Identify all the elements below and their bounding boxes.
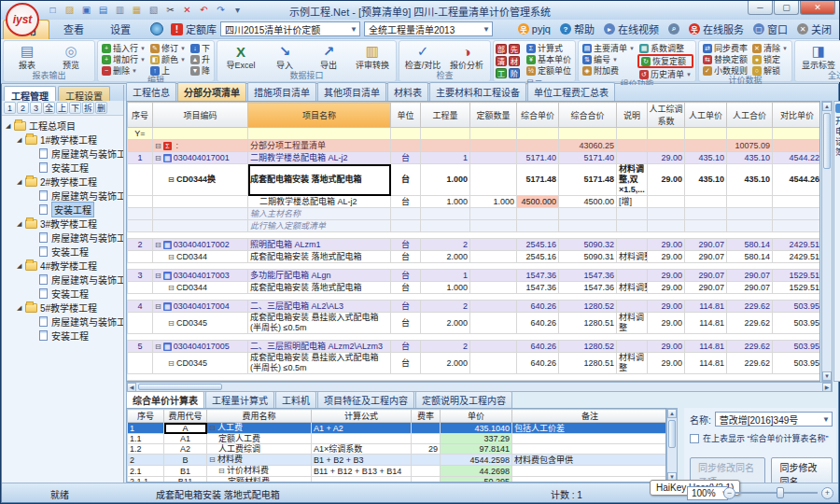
cell[interactable] <box>153 196 248 208</box>
cell[interactable]: 337.29 <box>441 434 512 444</box>
cell[interactable]: 1547.36 <box>517 270 559 282</box>
cell[interactable] <box>470 164 517 196</box>
bottom-tab-项目特征及工程内容[interactable]: 项目特征及工程内容 <box>317 391 414 408</box>
cell[interactable] <box>685 128 727 140</box>
cell[interactable]: 1.000 <box>421 164 470 196</box>
cell[interactable]: 台 <box>391 196 421 208</box>
cell[interactable]: 114.81 <box>685 341 727 353</box>
cell[interactable]: 290.07 <box>685 282 727 294</box>
cell[interactable]: 1547.36 <box>559 282 617 294</box>
list-standard-select[interactable]: 全统工程量清单2013▼ <box>364 21 493 36</box>
main-tab-分部分项清单[interactable]: 分部分项清单 <box>177 82 246 101</box>
cell[interactable]: 台 <box>391 313 421 334</box>
cell[interactable]: 1.000 <box>470 196 517 208</box>
cell[interactable] <box>153 208 248 220</box>
table-row[interactable]: ⊟ CD0345成套配电箱安装 悬挂嵌入式配电箱(半周长) ≤0.5m台2.00… <box>128 313 821 334</box>
cell[interactable] <box>128 220 153 232</box>
tree-tool-3[interactable]: 3 <box>30 102 42 114</box>
renumber-button[interactable]: ⇅编号▼ <box>581 54 637 64</box>
cell[interactable] <box>470 251 517 263</box>
column-header-计算公式[interactable]: 计算公式 <box>312 410 412 423</box>
zoom-in-button[interactable]: + <box>821 487 833 499</box>
tree-item[interactable]: 安装工程 <box>4 203 123 217</box>
column-header-对比单价[interactable]: 对比单价 <box>773 103 821 128</box>
cell[interactable] <box>128 313 153 334</box>
cell[interactable] <box>128 208 153 220</box>
table-row[interactable]: ⊟ CD0344成套配电箱安装 落地式配电箱台1.0001547.361547.… <box>128 282 821 294</box>
cell[interactable]: 2429.51 <box>773 251 821 263</box>
table-row[interactable]: 输入主材名称 <box>128 208 821 220</box>
cell[interactable] <box>128 282 153 294</box>
cell[interactable]: 成套配电箱安装 悬挂嵌入式配电箱(半周长) ≤0.5m <box>248 313 391 334</box>
table-row[interactable]: 2.1B1⊟ 计价材料费B11 + B12 + B13 + B1444.2698 <box>128 466 667 477</box>
cell[interactable]: 人工费综调 <box>207 444 312 455</box>
cell[interactable] <box>391 128 421 140</box>
cell[interactable]: 43060.25 <box>559 140 617 152</box>
cell[interactable] <box>617 152 648 164</box>
collapse-icon[interactable]: ⊟ <box>155 241 161 249</box>
cell[interactable] <box>648 208 685 220</box>
demote-button[interactable]: ▼降 <box>189 65 212 76</box>
cell[interactable]: 1529.51 <box>773 270 821 282</box>
tree-tool-下[interactable]: 下 <box>69 102 81 114</box>
cell[interactable] <box>153 128 248 140</box>
column-header-说明[interactable]: 说明 <box>617 103 648 128</box>
cell[interactable]: 2 <box>421 239 470 251</box>
cell[interactable]: 1.1 <box>128 434 164 444</box>
cell[interactable]: 29.00 <box>648 164 685 196</box>
table-row[interactable] <box>128 334 821 341</box>
cell[interactable]: 4500.000 <box>517 196 559 208</box>
cell[interactable]: ⊟ 计价材料费 <box>207 466 312 477</box>
cell[interactable]: 5171.48 <box>559 164 617 196</box>
tree-item[interactable]: ◢工程总项目 <box>4 119 123 133</box>
cell[interactable]: 503.95 <box>773 353 821 374</box>
cell[interactable]: 输入主材名称 <box>248 208 391 220</box>
cell[interactable]: 290.07 <box>685 239 727 251</box>
tree-expander-icon[interactable]: ◢ <box>17 262 25 270</box>
cell[interactable] <box>391 220 421 232</box>
tree-expander-icon[interactable]: ◢ <box>17 304 25 312</box>
move-down-button[interactable]: ↓下 <box>189 43 212 53</box>
cell[interactable] <box>128 164 153 196</box>
main-tab-其他项目清单[interactable]: 其他项目清单 <box>317 82 386 101</box>
cell[interactable]: 5090.32 <box>559 239 617 251</box>
cell[interactable]: 定额人工费 <box>207 434 312 444</box>
cell[interactable]: ⊟ CD0345 <box>153 313 248 334</box>
cell[interactable]: 多功能厅配电箱 ALgn <box>248 270 391 282</box>
cell[interactable]: 290.07 <box>685 251 727 263</box>
tree-expander-icon[interactable]: ◢ <box>17 178 25 186</box>
cell[interactable]: 包括人工价差 <box>512 423 667 434</box>
cell[interactable]: 成套配电箱安装 落地式配电箱 <box>248 282 391 294</box>
export-excel-button[interactable]: X导Excel <box>219 42 262 71</box>
table-row[interactable] <box>128 232 821 239</box>
add-row-button[interactable]: +增加行▼ <box>100 54 147 64</box>
restore-quota-button[interactable]: ↻恢复定额 <box>637 54 693 68</box>
import-button[interactable]: ↘导入 <box>263 42 306 71</box>
cell[interactable]: 114.81 <box>685 301 727 313</box>
cell[interactable] <box>617 301 648 313</box>
check-compare-button[interactable]: ✓检查/对比 <box>401 42 444 71</box>
cell[interactable] <box>559 220 617 232</box>
table-row[interactable]: Y= <box>128 128 821 140</box>
cell[interactable]: 229.62 <box>727 341 773 353</box>
cell[interactable]: 1280.51 <box>559 353 617 374</box>
table-row[interactable]: ⊟ Σ :分部分项工程量清单43060.2510075.09 <box>128 140 821 152</box>
close-button[interactable]: ✕ <box>800 1 835 15</box>
cell[interactable]: 5090.31 <box>559 251 617 263</box>
tree-item[interactable]: 安装工程 <box>4 329 123 343</box>
zoom-out-button[interactable]: − <box>723 487 735 499</box>
cell[interactable] <box>470 353 517 374</box>
cell[interactable]: 2 <box>128 455 164 466</box>
maximize-button[interactable]: ▢ <box>774 1 799 15</box>
cell[interactable]: 材料调整 <box>617 353 648 374</box>
collapse-icon[interactable]: ⊟ <box>168 284 176 292</box>
cell[interactable]: A1×综调系数 <box>312 444 412 455</box>
cell[interactable]: ⊟ Σ : <box>153 140 248 152</box>
cell[interactable]: 2 <box>421 341 470 353</box>
cell[interactable]: ⊟ 人工费 <box>207 423 312 434</box>
cell[interactable]: 3 <box>128 270 153 282</box>
column-header-单价[interactable]: 单价 <box>441 410 512 423</box>
toggle-first[interactable]: 先 <box>509 44 520 54</box>
column-header-单位[interactable]: 单位 <box>391 103 421 128</box>
cell[interactable] <box>648 140 685 152</box>
